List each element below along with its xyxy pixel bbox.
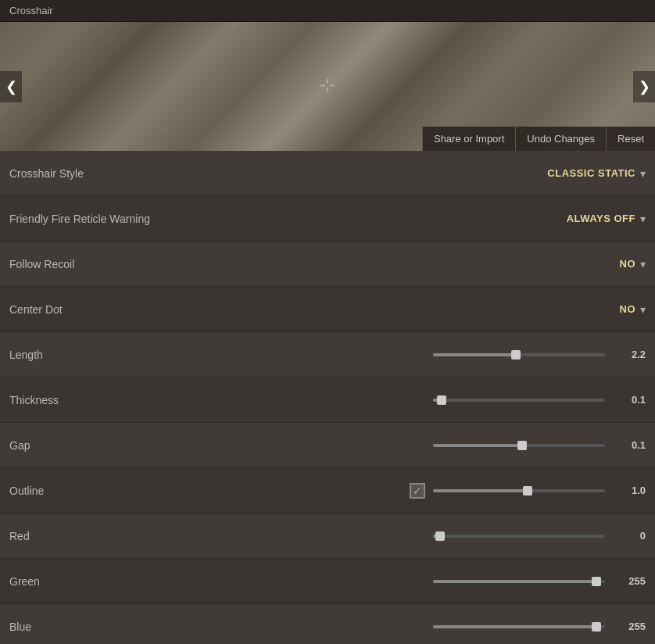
label-thickness: Thickness: [9, 394, 150, 406]
slider-thumb: [437, 395, 446, 405]
control-center-dot: No▾: [150, 303, 646, 316]
slider-green[interactable]: [433, 580, 605, 583]
slider-outline[interactable]: [433, 489, 605, 492]
slider-gap[interactable]: [433, 444, 605, 447]
dropdown-follow-recoil[interactable]: No▾: [620, 258, 646, 270]
slider-red[interactable]: [433, 535, 605, 538]
settings-container: Crosshair StyleClassic Static▾Friendly F…: [0, 151, 655, 644]
slider-thumb: [592, 577, 601, 586]
slider-length[interactable]: [433, 353, 605, 356]
label-red: Red: [9, 530, 150, 542]
label-gap: Gap: [9, 439, 150, 452]
setting-row-outline: Outline✓1.0: [0, 468, 655, 513]
slider-fill: [433, 444, 522, 447]
slider-fill: [433, 489, 528, 492]
slider-track: [433, 489, 605, 492]
chevron-down-icon: ▾: [640, 213, 646, 225]
label-crosshair-style: Crosshair Style: [9, 167, 150, 180]
undo-changes-button[interactable]: Undo Changes: [515, 127, 606, 151]
slider-thumb: [511, 350, 521, 360]
setting-row-gap: Gap0.1: [0, 423, 655, 468]
slider-track: [433, 535, 605, 538]
label-outline: Outline: [9, 485, 150, 497]
setting-row-thickness: Thickness0.1: [0, 377, 655, 423]
slider-thickness[interactable]: [433, 399, 605, 402]
checkbox-outline[interactable]: ✓: [410, 483, 425, 499]
setting-row-crosshair-style: Crosshair StyleClassic Static▾: [0, 151, 655, 196]
slider-fill: [433, 580, 596, 583]
slider-value-length: 2.2: [613, 349, 646, 360]
slider-thumb: [592, 622, 601, 631]
label-green: Green: [9, 575, 150, 588]
slider-track: [433, 353, 605, 356]
slider-value-green: 255: [613, 575, 646, 587]
reset-button[interactable]: Reset: [606, 127, 655, 151]
control-green: 255: [150, 575, 646, 587]
slider-track: [433, 580, 605, 583]
slider-fill: [433, 353, 516, 356]
dropdown-value-crosshair-style: Classic Static: [547, 167, 635, 179]
control-blue: 255: [150, 621, 646, 632]
label-blue: Blue: [9, 621, 150, 633]
slider-track: [433, 625, 605, 628]
slider-track: [433, 444, 605, 447]
slider-value-thickness: 0.1: [613, 394, 646, 406]
setting-row-green: Green255: [0, 559, 655, 604]
label-friendly-fire: Friendly Fire Reticle Warning: [9, 213, 150, 225]
preview-actions: Share or Import Undo Changes Reset: [422, 127, 655, 151]
dropdown-crosshair-style[interactable]: Classic Static▾: [547, 167, 646, 180]
control-friendly-fire: Always Off▾: [150, 213, 646, 225]
setting-row-follow-recoil: Follow RecoilNo▾: [0, 242, 655, 287]
control-follow-recoil: No▾: [150, 258, 646, 270]
setting-row-center-dot: Center DotNo▾: [0, 287, 655, 332]
dropdown-value-follow-recoil: No: [620, 258, 636, 270]
slider-value-blue: 255: [613, 621, 646, 632]
dropdown-friendly-fire[interactable]: Always Off▾: [567, 213, 646, 225]
control-outline: ✓1.0: [150, 483, 646, 499]
control-crosshair-style: Classic Static▾: [150, 167, 646, 180]
slider-thumb: [517, 441, 527, 450]
control-gap: 0.1: [150, 439, 646, 451]
setting-row-blue: Blue255: [0, 604, 655, 644]
next-arrow-button[interactable]: ❯: [633, 71, 655, 102]
slider-value-outline: 1.0: [613, 485, 646, 496]
slider-thumb: [435, 531, 445, 541]
dropdown-value-friendly-fire: Always Off: [567, 213, 635, 224]
control-length: 2.2: [150, 349, 646, 360]
title-bar: Crosshair: [0, 0, 655, 22]
slider-value-gap: 0.1: [613, 439, 646, 451]
dropdown-center-dot[interactable]: No▾: [620, 303, 646, 316]
chevron-down-icon: ▾: [640, 303, 646, 316]
label-center-dot: Center Dot: [9, 303, 150, 316]
slider-thumb: [523, 486, 532, 496]
crosshair-symbol: [319, 77, 336, 96]
setting-row-red: Red0: [0, 513, 655, 559]
label-follow-recoil: Follow Recoil: [9, 258, 150, 270]
slider-value-red: 0: [613, 530, 646, 542]
share-import-button[interactable]: Share or Import: [422, 127, 515, 151]
slider-blue[interactable]: [433, 625, 605, 628]
page-title: Crosshair: [9, 5, 53, 16]
setting-row-friendly-fire: Friendly Fire Reticle WarningAlways Off▾: [0, 196, 655, 242]
chevron-down-icon: ▾: [640, 258, 646, 270]
control-thickness: 0.1: [150, 394, 646, 406]
setting-row-length: Length2.2: [0, 332, 655, 377]
crosshair-preview: ❮ ❯ Share or Import Undo Changes Reset: [0, 22, 655, 151]
dropdown-value-center-dot: No: [620, 303, 636, 315]
control-red: 0: [150, 530, 646, 542]
slider-track: [433, 399, 605, 402]
chevron-down-icon: ▾: [640, 167, 646, 180]
slider-fill: [433, 625, 596, 628]
checkmark-icon: ✓: [413, 485, 422, 496]
label-length: Length: [9, 349, 150, 361]
prev-arrow-button[interactable]: ❮: [0, 71, 22, 102]
